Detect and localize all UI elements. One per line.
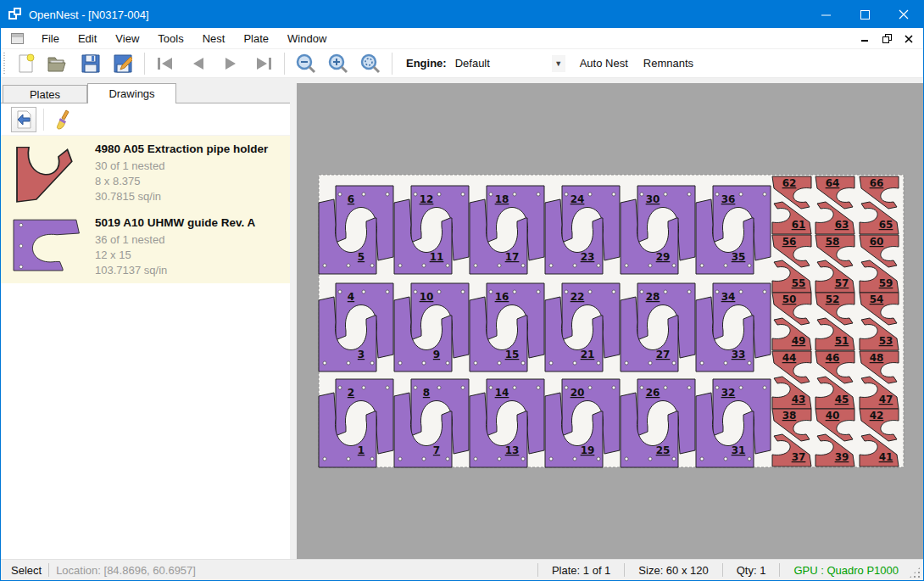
first-plate-button[interactable]	[153, 52, 179, 75]
list-item-drawing-2[interactable]: 5019 A10 UHMW guide Rev. A 36 of 1 neste…	[1, 209, 290, 283]
nest-canvas[interactable]: 6512111817242330293635431091615222128273…	[297, 83, 923, 559]
drawing-1-thumbnail	[9, 142, 90, 204]
drawing-1-title: 4980 A05 Extraction pipe holder	[95, 142, 285, 155]
part-number-label: 58	[826, 236, 840, 248]
clean-broom-button[interactable]	[51, 107, 76, 132]
part-number-label: 29	[656, 251, 671, 263]
auto-nest-button[interactable]: Auto Nest	[572, 53, 636, 73]
part-number-label: 26	[646, 387, 660, 399]
status-location: Location: [84.8696, 60.6957]	[56, 564, 196, 577]
new-file-button[interactable]	[14, 52, 39, 75]
drawing-2-title: 5019 A10 UHMW guide Rev. A	[95, 216, 285, 229]
mdi-close-button[interactable]	[899, 31, 918, 47]
previous-plate-button[interactable]	[186, 52, 211, 75]
menu-tools[interactable]: Tools	[148, 29, 192, 48]
menu-nest[interactable]: Nest	[193, 29, 235, 48]
menu-plate[interactable]: Plate	[234, 29, 278, 48]
part-number-label: 65	[879, 219, 893, 231]
part-number-label: 14	[495, 387, 509, 399]
part-number-label: 19	[581, 444, 595, 456]
part-number-label: 51	[835, 335, 849, 347]
part-number-label: 31	[732, 444, 746, 456]
panel-tabs: Plates Drawings	[1, 83, 297, 103]
part-number-label: 60	[870, 236, 884, 248]
part-number-label: 56	[782, 236, 797, 248]
part-number-label: 32	[721, 387, 736, 399]
part-number-label: 64	[826, 177, 840, 189]
part-number-label: 24	[571, 193, 585, 205]
zoom-out-button[interactable]	[293, 52, 319, 75]
part-number-label: 42	[870, 410, 884, 422]
drawing-1-nested: 30 of 1 nested	[95, 159, 285, 174]
part-number-label: 35	[732, 251, 746, 263]
engine-value: Default	[455, 57, 490, 70]
zoom-in-button[interactable]	[326, 52, 351, 75]
part-number-label: 11	[430, 251, 444, 263]
main-toolbar: Engine: Default ▼ Auto Nest Remnants	[1, 49, 923, 78]
close-button[interactable]	[884, 1, 923, 28]
part-number-label: 30	[646, 193, 660, 205]
left-panel: Plates Drawings	[1, 83, 297, 559]
save-button[interactable]	[78, 52, 103, 75]
document-icon[interactable]	[11, 33, 24, 44]
menu-edit[interactable]: Edit	[69, 29, 106, 48]
part-number-label: 41	[879, 451, 893, 463]
part-number-label: 23	[581, 251, 595, 263]
app-window: OpenNest - [N0317-004] File Edit View To…	[0, 0, 924, 581]
part-number-label: 53	[879, 335, 893, 347]
part-number-label: 50	[782, 293, 797, 305]
zoom-fit-button[interactable]	[358, 52, 383, 75]
part-number-label: 16	[495, 291, 509, 303]
mdi-restore-button[interactable]	[877, 31, 896, 47]
last-plate-button[interactable]	[250, 52, 276, 75]
resize-grip[interactable]	[909, 567, 921, 578]
minimize-button[interactable]	[806, 1, 845, 28]
part-number-label: 25	[656, 444, 671, 456]
part-number-label: 33	[732, 349, 746, 360]
engine-combobox[interactable]: Default	[452, 54, 552, 73]
drawing-2-size: 12 x 15	[95, 248, 285, 263]
menu-file[interactable]: File	[32, 29, 69, 48]
drawing-2-nested: 36 of 1 nested	[95, 232, 285, 248]
save-as-button[interactable]	[110, 52, 136, 75]
part-number-label: 55	[792, 277, 806, 289]
part-number-label: 8	[423, 387, 430, 399]
tab-drawings[interactable]: Drawings	[87, 83, 176, 103]
maximize-button[interactable]	[845, 1, 884, 28]
part-number-label: 18	[495, 193, 509, 205]
part-number-label: 12	[420, 193, 434, 205]
part-number-label: 59	[879, 277, 893, 289]
title-bar: OpenNest - [N0317-004]	[1, 1, 923, 28]
part-number-label: 3	[358, 349, 365, 360]
part-number-label: 28	[646, 291, 660, 303]
part-number-label: 40	[826, 410, 840, 422]
part-number-label: 2	[348, 387, 354, 399]
menu-window[interactable]: Window	[278, 29, 336, 48]
part-number-label: 22	[571, 291, 585, 303]
part-number-label: 49	[792, 335, 806, 347]
part-number-label: 45	[835, 394, 849, 405]
menu-view[interactable]: View	[106, 29, 148, 48]
drawings-panel: 4980 A05 Extraction pipe holder 30 of 1 …	[1, 103, 290, 559]
part-number-label: 48	[870, 352, 884, 364]
open-file-button[interactable]	[46, 52, 71, 75]
remnants-button[interactable]: Remnants	[636, 53, 701, 73]
list-item-drawing-1[interactable]: 4980 A05 Extraction pipe holder 30 of 1 …	[1, 136, 290, 209]
part-number-label: 47	[879, 394, 893, 405]
send-back-button[interactable]	[11, 107, 36, 132]
part-number-label: 5	[358, 251, 365, 263]
toolbar-grip[interactable]	[3, 53, 5, 75]
drawing-1-area: 30.7815 sq/in	[95, 189, 285, 204]
app-icon	[8, 8, 22, 21]
part-number-label: 38	[782, 410, 797, 422]
drawing-2-area: 103.7137 sq/in	[95, 263, 285, 278]
drawings-toolbar	[1, 103, 290, 136]
part-number-label: 27	[656, 349, 671, 360]
part-number-label: 34	[721, 291, 736, 303]
next-plate-button[interactable]	[218, 52, 243, 75]
mdi-minimize-button[interactable]	[855, 31, 874, 47]
engine-dropdown-arrow[interactable]: ▼	[552, 55, 565, 72]
part-number-label: 17	[505, 251, 520, 263]
tab-plates[interactable]: Plates	[3, 85, 87, 103]
part-number-label: 61	[792, 219, 806, 231]
